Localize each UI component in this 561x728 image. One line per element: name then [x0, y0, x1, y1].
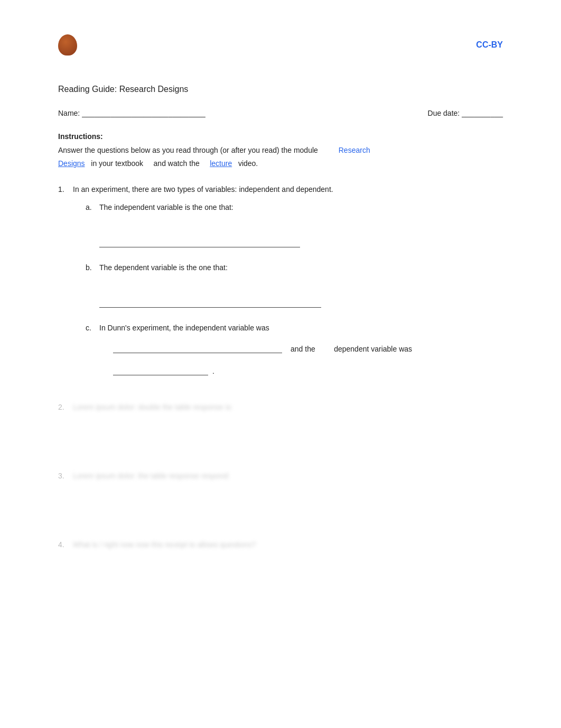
due-date-line: __________: [462, 109, 503, 117]
c-line1: and the dependent variable was: [99, 339, 503, 353]
c-line2: .: [99, 362, 503, 375]
instructions-part3: and watch the: [154, 159, 200, 168]
question-2-text: 2. Lorem ipsum dolor: double the table r…: [58, 403, 503, 411]
sub-1c-continuation: and the dependent variable was .: [99, 339, 503, 384]
question-1-text: 1. In an experiment, there are two types…: [58, 185, 503, 193]
name-line: ______________________________: [82, 109, 205, 117]
sub-1a-label: a.: [86, 203, 95, 211]
question-1: 1. In an experiment, there are two types…: [58, 185, 503, 384]
sub-1a-body: The independent variable is the one that…: [99, 203, 233, 211]
designs-link[interactable]: Designs: [58, 159, 85, 168]
sub-1c-label: c.: [86, 324, 95, 332]
header: CC-BY: [58, 32, 503, 58]
q3-body: Lorem ipsum dolor: the table response re…: [73, 472, 230, 480]
q1-body: In an experiment, there are two types of…: [73, 185, 333, 193]
question-3: 3. Lorem ipsum dolor: the table response…: [58, 472, 503, 521]
question-3-text: 3. Lorem ipsum dolor: the table response…: [58, 472, 503, 480]
logo: [58, 32, 116, 58]
q4-body: What is / right now now this receipt to …: [73, 540, 256, 549]
dependent-label-c: dependent variable was: [334, 345, 412, 353]
sub-question-1c: c. In Dunn's experiment, the independent…: [86, 324, 503, 384]
sub-1b-text: b. The dependent variable is the one tha…: [86, 263, 503, 272]
sub-question-1a: a. The independent variable is the one t…: [86, 203, 503, 247]
title-section: Reading Guide: Research Designs: [58, 85, 503, 94]
logo-icon: [58, 34, 77, 56]
instructions-part2: in your textbook: [91, 159, 143, 168]
name-label: Name:: [58, 109, 82, 117]
instructions-text: Answer the questions below as you read t…: [58, 144, 503, 170]
question-2: 2. Lorem ipsum dolor: double the table r…: [58, 403, 503, 453]
name-field: Name: ______________________________: [58, 109, 205, 117]
page: CC-BY Reading Guide: Research Designs Na…: [0, 0, 561, 728]
sub-questions-1: a. The independent variable is the one t…: [86, 203, 503, 384]
due-date-field: Due date: __________: [428, 109, 503, 117]
cc-by-link[interactable]: CC-BY: [476, 40, 503, 50]
name-date-row: Name: ______________________________ Due…: [58, 109, 503, 117]
instructions-section: Instructions: Answer the questions below…: [58, 132, 503, 170]
answer-blank-c1[interactable]: [113, 344, 282, 353]
answer-line-1a[interactable]: [99, 238, 300, 247]
and-the-text: and the: [291, 345, 315, 353]
sub-1a-text: a. The independent variable is the one t…: [86, 203, 503, 211]
answer-blank-c2[interactable]: [113, 366, 208, 375]
questions-section: 1. In an experiment, there are two types…: [58, 185, 503, 590]
final-period: .: [212, 367, 214, 375]
lecture-link[interactable]: lecture: [210, 159, 232, 168]
research-link[interactable]: Research: [339, 146, 370, 154]
q4-number: 4.: [58, 540, 69, 549]
sub-1b-body: The dependent variable is the one that:: [99, 263, 228, 272]
instructions-label: Instructions:: [58, 132, 503, 141]
sub-1b-label: b.: [86, 263, 95, 272]
sub-1c-text: c. In Dunn's experiment, the independent…: [86, 324, 503, 332]
q1-number: 1.: [58, 185, 69, 193]
instructions-part1: Answer the questions below as you read t…: [58, 146, 318, 154]
question-4: 4. What is / right now now this receipt …: [58, 540, 503, 590]
q2-body: Lorem ipsum dolor: double the table resp…: [73, 403, 233, 411]
sub-1c-body: In Dunn's experiment, the independent va…: [99, 324, 269, 332]
answer-line-1b[interactable]: [99, 298, 321, 308]
q2-number: 2.: [58, 403, 69, 411]
question-4-text: 4. What is / right now now this receipt …: [58, 540, 503, 549]
sub-question-1b: b. The dependent variable is the one tha…: [86, 263, 503, 308]
due-date-label: Due date:: [428, 109, 462, 117]
document-title: Reading Guide: Research Designs: [58, 85, 188, 94]
instructions-part4: video.: [238, 159, 258, 168]
q3-number: 3.: [58, 472, 69, 480]
